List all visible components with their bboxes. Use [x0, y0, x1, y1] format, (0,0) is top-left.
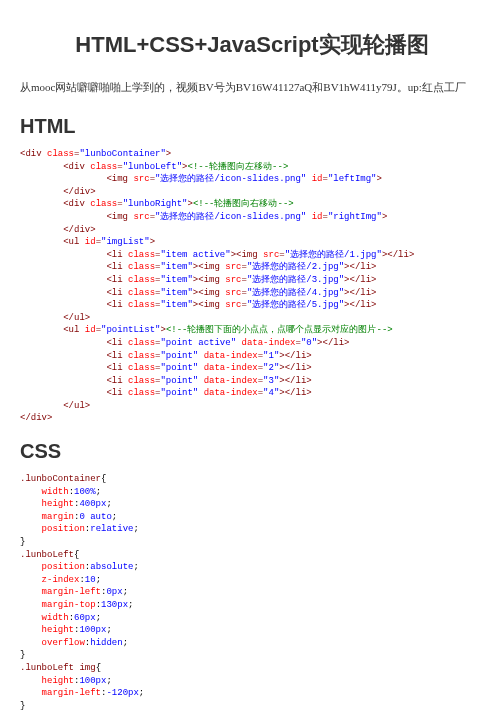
page-title: HTML+CSS+JavaScript实现轮播图	[20, 30, 484, 60]
intro-text: 从mooc网站噼噼啪啪上学到的，视频BV号为BV16W41127aQ和BV1hW…	[20, 80, 484, 95]
html-heading: HTML	[20, 115, 484, 138]
css-code-block: .lunboContainer{ width:100%; height:400p…	[20, 473, 484, 713]
html-code-block: <div class="lunboContainer"> <div class=…	[20, 148, 484, 425]
css-heading: CSS	[20, 440, 484, 463]
